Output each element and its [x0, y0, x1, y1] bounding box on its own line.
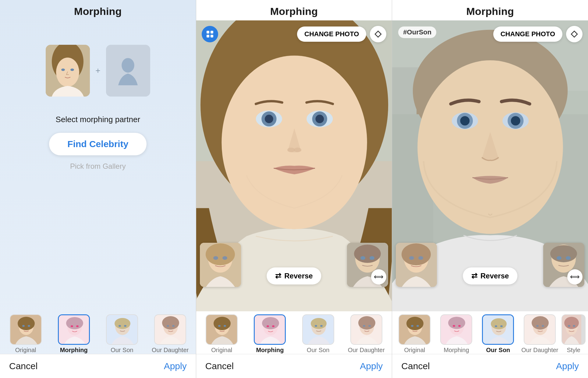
- tab-thumb-son-1: [106, 314, 138, 345]
- svg-point-25: [172, 325, 175, 327]
- panel-1-footer: Cancel Apply: [0, 354, 196, 378]
- reverse-label-2: Reverse: [284, 272, 313, 280]
- expand-button-2[interactable]: ⟺: [371, 269, 386, 284]
- svg-point-32: [265, 115, 273, 123]
- svg-marker-86: [571, 31, 577, 37]
- apply-button-1[interactable]: Apply: [164, 361, 187, 371]
- svg-point-18: [115, 318, 130, 329]
- panel-2-footer: Cancel Apply: [196, 354, 392, 378]
- tab-label-original-3: Original: [404, 347, 425, 354]
- svg-point-96: [566, 256, 571, 260]
- toolbar-right-2: CHANGE PHOTO: [297, 26, 386, 42]
- toolbar-right-3: CHANGE PHOTO: [493, 26, 583, 42]
- apply-button-3[interactable]: Apply: [556, 361, 579, 371]
- user-face-image: [46, 45, 90, 97]
- svg-rect-41: [211, 35, 213, 37]
- svg-point-89: [402, 243, 431, 265]
- photo-thumb-woman-3[interactable]: [396, 243, 437, 287]
- svg-point-99: [406, 317, 423, 330]
- svg-point-66: [315, 325, 317, 327]
- reverse-icon-3: ⇄: [471, 272, 477, 280]
- tab-label-morphing-3: Morphing: [444, 347, 469, 354]
- svg-point-19: [119, 325, 121, 327]
- svg-point-105: [453, 325, 455, 327]
- cancel-button-2[interactable]: Cancel: [205, 361, 234, 371]
- svg-point-37: [294, 147, 301, 152]
- svg-point-114: [532, 316, 549, 330]
- svg-point-20: [124, 325, 126, 327]
- svg-point-14: [71, 325, 73, 327]
- cancel-button-3[interactable]: Cancel: [401, 361, 430, 371]
- svg-point-94: [550, 245, 577, 262]
- svg-point-62: [272, 325, 275, 327]
- expand-button-3[interactable]: ⟺: [567, 269, 583, 284]
- reverse-button-3[interactable]: ⇄ Reverse: [463, 267, 517, 284]
- tab-daughter-1[interactable]: Our Daughter: [147, 314, 193, 354]
- grid-button-2[interactable]: [202, 26, 218, 42]
- svg-point-47: [222, 256, 227, 260]
- panel-1-body: + Select morphing partner Find Celebrity…: [0, 20, 196, 311]
- tab-label-original-2: Original: [211, 347, 232, 354]
- panel-2: Morphing: [196, 0, 392, 378]
- svg-point-100: [411, 325, 413, 327]
- tab-original-1[interactable]: Original: [2, 314, 49, 354]
- svg-point-35: [315, 115, 324, 123]
- svg-point-115: [536, 325, 539, 327]
- svg-point-119: [564, 317, 579, 329]
- find-celebrity-button[interactable]: Find Celebrity: [49, 133, 147, 155]
- panel-3-toolbar: CHANGE PHOTO: [392, 26, 588, 42]
- tab-original-2[interactable]: Original: [199, 314, 245, 354]
- svg-point-36: [287, 147, 295, 152]
- tab-son-1[interactable]: Our Son: [99, 314, 145, 354]
- svg-point-60: [262, 317, 279, 329]
- svg-point-56: [218, 325, 221, 327]
- tab-thumb-son-3: [482, 314, 514, 345]
- svg-point-50: [354, 245, 381, 263]
- svg-point-57: [224, 325, 226, 327]
- photo-thumb-woman-2[interactable]: [200, 243, 241, 287]
- change-photo-button-3[interactable]: CHANGE PHOTO: [493, 26, 562, 42]
- tab-label-original-1: Original: [15, 347, 36, 354]
- tab-morphing-1[interactable]: Morphing: [51, 314, 97, 354]
- tab-daughter-2[interactable]: Our Daughter: [343, 314, 389, 354]
- svg-point-71: [363, 325, 365, 327]
- tab-thumb-morphing-3: [440, 314, 472, 345]
- tab-thumb-morphing-2: [254, 314, 286, 345]
- tab-original-3[interactable]: Original: [395, 314, 434, 354]
- silhouette-placeholder: [106, 45, 150, 97]
- tab-style-3[interactable]: Style: [561, 314, 586, 354]
- svg-point-110: [495, 325, 497, 327]
- svg-point-10: [28, 325, 30, 327]
- panel-3-photo-area: #OurSon CHANGE PHOTO: [392, 20, 588, 311]
- tab-son-3[interactable]: Our Son: [478, 314, 518, 354]
- erase-button-2[interactable]: [370, 26, 386, 42]
- pick-from-gallery-link[interactable]: Pick from Gallery: [70, 162, 126, 171]
- tab-label-morphing-2: Morphing: [256, 347, 284, 354]
- erase-button-3[interactable]: [566, 26, 583, 42]
- panel-1: Morphing: [0, 0, 196, 378]
- tab-morphing-3[interactable]: Morphing: [436, 314, 476, 354]
- svg-point-4: [70, 69, 74, 71]
- svg-point-106: [458, 325, 461, 327]
- panel-2-title: Morphing: [196, 0, 392, 20]
- tab-label-son-3: Our Son: [486, 347, 510, 354]
- change-photo-button-2[interactable]: CHANGE PHOTO: [297, 26, 366, 42]
- reverse-button-2[interactable]: ⇄ Reverse: [267, 267, 321, 284]
- tab-son-2[interactable]: Our Son: [295, 314, 341, 354]
- svg-point-65: [311, 318, 327, 329]
- cancel-button-1[interactable]: Cancel: [9, 361, 37, 371]
- tab-morphing-2[interactable]: Morphing: [247, 314, 293, 354]
- apply-button-2[interactable]: Apply: [360, 361, 383, 371]
- svg-point-46: [213, 256, 218, 260]
- svg-point-120: [568, 325, 570, 327]
- tab-label-daughter-1: Our Daughter: [152, 347, 189, 354]
- tab-label-daughter-3: Our Daughter: [521, 347, 558, 354]
- svg-point-82: [460, 116, 470, 125]
- panel-1-title: Morphing: [0, 0, 196, 20]
- svg-point-9: [22, 325, 25, 327]
- tab-daughter-3[interactable]: Our Daughter: [520, 314, 560, 354]
- svg-point-91: [418, 256, 423, 260]
- panel-1-tabs: Original Morphing: [0, 311, 196, 354]
- tab-thumb-original-3: [398, 314, 430, 345]
- panel-3: Morphing: [392, 0, 588, 378]
